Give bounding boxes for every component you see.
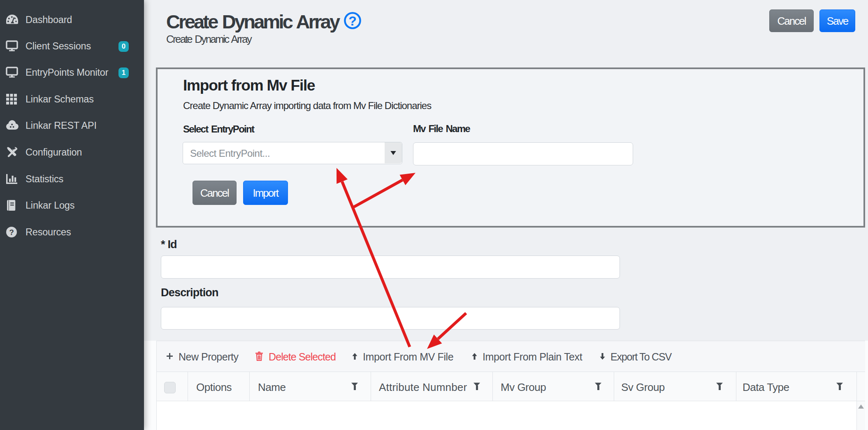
svg-text:?: ? (348, 14, 357, 28)
svg-text:?: ? (9, 228, 14, 237)
